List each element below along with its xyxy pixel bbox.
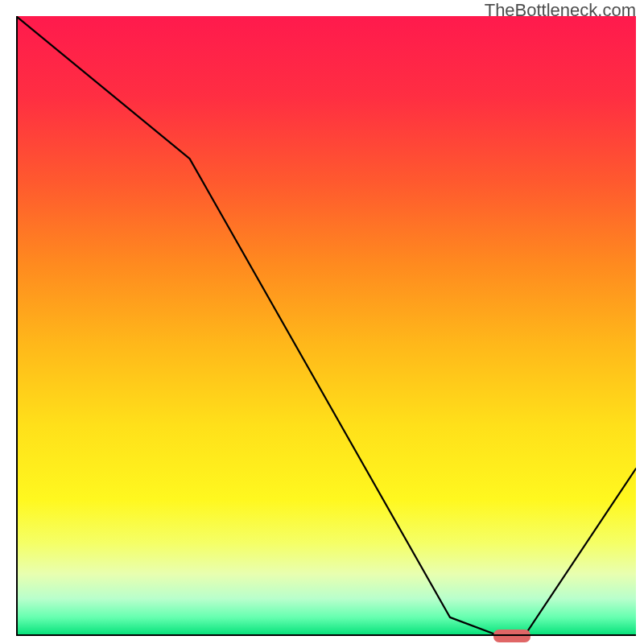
chart-container: TheBottleneck.com	[0, 0, 644, 644]
plot-area	[16, 16, 636, 636]
chart-curve	[16, 16, 636, 636]
watermark-text: TheBottleneck.com	[485, 0, 636, 21]
y-axis	[16, 16, 18, 636]
x-axis	[16, 634, 636, 636]
